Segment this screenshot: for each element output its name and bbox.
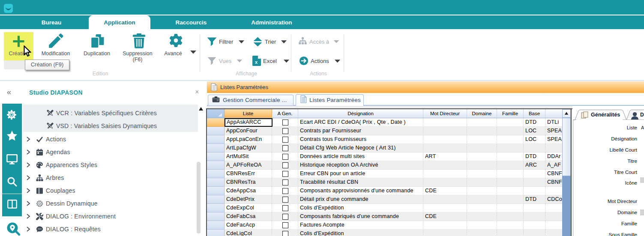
svg-text:x: x: [255, 60, 258, 65]
